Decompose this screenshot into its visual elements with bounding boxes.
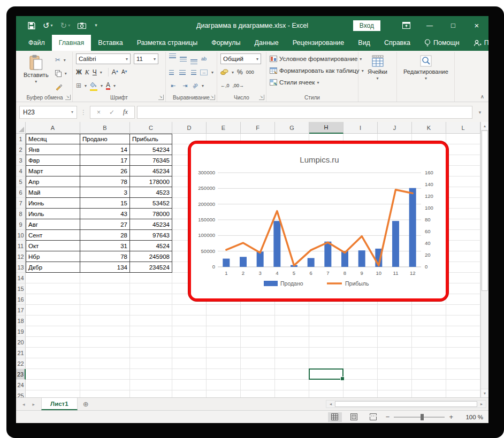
cell-D20[interactable] (172, 337, 207, 348)
zoom-out-button[interactable]: − (386, 413, 390, 421)
cell-K22[interactable] (412, 358, 446, 369)
cell-B9[interactable]: 27 (80, 219, 130, 230)
cell-B3[interactable]: 17 (80, 155, 130, 166)
decrease-decimal-button[interactable]: ,00→ (233, 83, 245, 88)
cell-L23[interactable] (446, 369, 480, 380)
underline-button[interactable]: Ч (93, 69, 97, 75)
ribbon-tab-3[interactable]: Разметка страницы (130, 35, 204, 51)
ribbon-tab-1[interactable]: Главная (52, 35, 91, 51)
align-right-button[interactable] (191, 70, 196, 75)
cell-C21[interactable] (130, 348, 172, 358)
cell-L4[interactable] (446, 166, 480, 176)
cell-B21[interactable] (80, 348, 130, 358)
cell-D19[interactable] (172, 326, 207, 337)
cell-C9[interactable]: 45234 (130, 219, 172, 230)
confirm-entry-button[interactable]: ✓ (109, 109, 114, 116)
cell-L7[interactable] (446, 198, 480, 209)
cell-K17[interactable] (412, 305, 446, 316)
align-center-button[interactable] (179, 70, 186, 75)
cell-C13[interactable]: 234524 (130, 262, 172, 273)
increase-indent-button[interactable]: ⇥ (181, 83, 189, 89)
cell-C25[interactable] (130, 390, 172, 397)
cell-A5[interactable]: Апр (26, 176, 80, 187)
ribbon-tab-4[interactable]: Формулы (204, 35, 247, 51)
cell-L8[interactable] (446, 209, 480, 219)
vertical-scroll-thumb[interactable] (482, 130, 488, 291)
cell-E20[interactable] (207, 337, 241, 348)
row-header-13[interactable]: 13 (16, 262, 26, 273)
zoom-level[interactable]: 100 % (459, 414, 483, 420)
cell-A15[interactable] (26, 283, 80, 294)
cell-E25[interactable] (207, 390, 241, 397)
font-color-button[interactable]: А (106, 82, 110, 90)
cell-J25[interactable] (378, 390, 412, 397)
cell-B2[interactable]: 14 (80, 144, 130, 155)
cell-B25[interactable] (80, 390, 130, 397)
comma-style-button[interactable]: 000 (246, 70, 254, 75)
cell-C15[interactable] (130, 283, 172, 294)
merge-center-button[interactable]: ↔ (200, 70, 208, 75)
column-header-H[interactable]: H (309, 122, 343, 134)
bold-button[interactable]: Ж (76, 69, 82, 75)
column-header-F[interactable]: F (241, 122, 275, 134)
cell-G17[interactable] (275, 305, 309, 316)
row-header-12[interactable]: 12 (16, 251, 26, 262)
cell-H25[interactable] (309, 390, 343, 397)
cell-C22[interactable] (130, 358, 172, 369)
cell-J22[interactable] (378, 358, 412, 369)
zoom-slider[interactable] (394, 417, 445, 418)
align-top-button[interactable] (169, 53, 176, 58)
font-dialog-launcher[interactable]: ↘ (158, 95, 164, 100)
row-header-1[interactable]: 1 (16, 134, 26, 144)
name-box[interactable]: H23▾ (19, 106, 77, 119)
row-header-23[interactable]: 23 (16, 369, 26, 380)
cell-H22[interactable] (309, 358, 343, 369)
zoom-in-button[interactable]: + (449, 413, 453, 421)
cell-F19[interactable] (241, 326, 275, 337)
ribbon-tab-5[interactable]: Данные (248, 35, 286, 51)
cell-K19[interactable] (412, 326, 446, 337)
column-header-L[interactable]: L (446, 122, 480, 134)
prev-sheet-icon[interactable]: ◂ (22, 402, 25, 407)
number-dialog-launcher[interactable]: ↘ (259, 95, 264, 100)
row-header-6[interactable]: 6 (16, 187, 26, 198)
cell-B7[interactable]: 15 (80, 198, 130, 209)
column-header-B[interactable]: B (80, 122, 130, 134)
cell-I19[interactable] (343, 326, 378, 337)
cell-C3[interactable]: 76345 (130, 155, 172, 166)
formula-input[interactable] (137, 106, 472, 119)
cell-D23[interactable] (172, 369, 207, 380)
expand-formula-bar-button[interactable]: ▾ (475, 110, 485, 115)
clipboard-dialog-launcher[interactable]: ↘ (65, 95, 71, 100)
cell-C11[interactable]: 4524 (130, 241, 172, 251)
cell-J17[interactable] (378, 305, 412, 316)
cell-A12[interactable]: Нбр (26, 251, 80, 262)
next-sheet-icon[interactable]: ▸ (33, 402, 35, 407)
row-header-11[interactable]: 11 (16, 241, 26, 251)
cell-K21[interactable] (412, 348, 446, 358)
cell-B24[interactable] (80, 380, 130, 390)
italic-button[interactable]: К (85, 69, 89, 75)
accounting-format-button[interactable] (220, 67, 228, 77)
cell-I23[interactable] (343, 369, 378, 380)
ribbon-tab-7[interactable]: Вид (351, 35, 377, 51)
cell-F17[interactable] (241, 305, 275, 316)
cell-C20[interactable] (130, 337, 172, 348)
editing-button[interactable]: Редактирование ▾ (400, 53, 452, 92)
scroll-up-icon[interactable]: ▴ (481, 122, 488, 130)
column-header-I[interactable]: I (343, 122, 378, 134)
vertical-scrollbar[interactable]: ▴ ▾ (480, 122, 488, 397)
scroll-right-icon[interactable]: ▸ (477, 402, 486, 406)
cell-H17[interactable] (309, 305, 343, 316)
row-header-16[interactable]: 16 (16, 294, 26, 305)
cell-G24[interactable] (275, 380, 309, 390)
cell-D24[interactable] (172, 380, 207, 390)
cell-C6[interactable]: 4523 (130, 187, 172, 198)
sheet-tab-list1[interactable]: Лист1 (41, 398, 78, 410)
format-as-table-button[interactable]: Форматировать как таблицу▾ (270, 66, 355, 75)
row-header-15[interactable]: 15 (16, 283, 26, 294)
cell-B14[interactable] (80, 273, 130, 283)
embedded-chart[interactable]: Lumpics.ru050000100000150000200000250000… (191, 144, 446, 298)
cell-L24[interactable] (446, 380, 480, 390)
cell-B1[interactable]: Продано (80, 134, 130, 144)
